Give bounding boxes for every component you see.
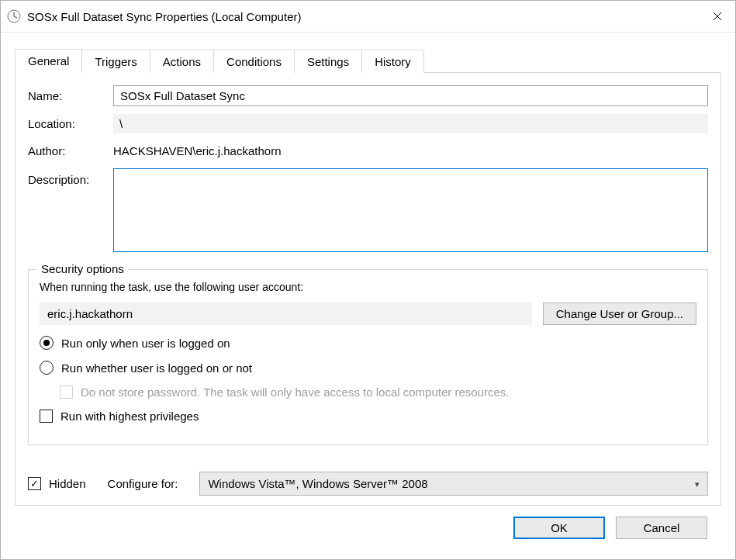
change-user-button[interactable]: Change User or Group... [543, 302, 696, 325]
close-button[interactable] [700, 1, 735, 32]
description-label: Description: [28, 168, 113, 186]
tab-settings[interactable]: Settings [294, 50, 362, 73]
location-value: \ [113, 114, 708, 133]
tabpanel-general: Name: Location: \ Author: HACKSHAVEN\eri… [15, 72, 721, 506]
radio-icon [40, 361, 54, 375]
checkbox-no-store-password: Do not store password. The task will onl… [60, 385, 696, 399]
dialog-window: SOSx Full Dataset Sync Properties (Local… [0, 0, 736, 560]
radio-icon [40, 336, 54, 350]
security-options-group: Security options When running the task, … [28, 269, 708, 445]
tab-label: Actions [163, 55, 201, 68]
security-user: eric.j.hackathorn [40, 302, 532, 325]
configure-for-select[interactable]: Windows Vista™, Windows Server™ 2008 ▾ [199, 472, 708, 496]
tab-label: Conditions [226, 55, 282, 68]
tab-triggers[interactable]: Triggers [81, 50, 150, 73]
checkbox-label: Do not store password. The task will onl… [81, 385, 509, 399]
window-title: SOSx Full Dataset Sync Properties (Local… [27, 10, 700, 23]
tab-label: Settings [307, 55, 349, 68]
configure-for-value: Windows Vista™, Windows Server™ 2008 [208, 477, 427, 490]
location-label: Location: [28, 117, 113, 130]
checkbox-label: Run with highest privileges [60, 410, 199, 423]
radio-run-logged-on-or-not[interactable]: Run whether user is logged on or not [40, 361, 696, 375]
clock-icon [7, 9, 21, 23]
name-label: Name: [28, 89, 113, 102]
ok-button[interactable]: OK [513, 517, 605, 539]
checkbox-label: Hidden [49, 477, 86, 490]
checkbox-icon [28, 477, 41, 490]
checkbox-hidden[interactable]: Hidden [28, 477, 86, 490]
description-input[interactable] [113, 168, 708, 252]
radio-run-logged-on[interactable]: Run only when user is logged on [40, 336, 696, 350]
tab-label: History [375, 55, 411, 68]
radio-label: Run whether user is logged on or not [61, 361, 252, 375]
security-options-legend: Security options [36, 262, 129, 275]
cancel-button[interactable]: Cancel [616, 517, 707, 539]
radio-label: Run only when user is logged on [61, 337, 230, 350]
tab-label: General [28, 54, 69, 67]
tab-actions[interactable]: Actions [150, 50, 214, 73]
author-value: HACKSHAVEN\eric.j.hackathorn [113, 141, 708, 161]
tab-conditions[interactable]: Conditions [213, 50, 295, 73]
checkbox-icon [40, 410, 53, 423]
chevron-down-icon: ▾ [695, 479, 700, 489]
checkbox-highest-privileges[interactable]: Run with highest privileges [40, 410, 696, 423]
tab-label: Triggers [95, 55, 136, 68]
author-label: Author: [28, 144, 113, 157]
checkbox-icon [60, 385, 73, 399]
tabstrip: General Triggers Actions Conditions Sett… [15, 48, 721, 72]
security-prompt: When running the task, use the following… [40, 281, 696, 293]
tab-general[interactable]: General [15, 49, 82, 73]
tab-history[interactable]: History [361, 50, 424, 73]
name-input[interactable] [113, 85, 708, 106]
titlebar: SOSx Full Dataset Sync Properties (Local… [1, 1, 735, 33]
configure-for-label: Configure for: [108, 477, 178, 490]
